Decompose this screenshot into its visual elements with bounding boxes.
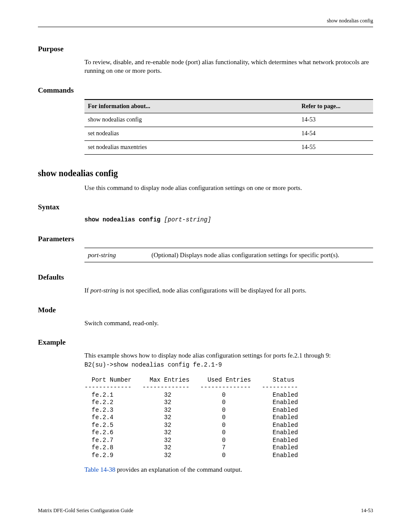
example-intro: This example shows how to display node a… (84, 351, 373, 360)
table-row: show nodealias config 14-53 (84, 113, 373, 127)
defaults-var: port-string (90, 287, 118, 294)
parameters-table: port-string (Optional) Displays node ali… (84, 248, 373, 262)
commands-heading: Commands (38, 86, 373, 96)
cmd-cell: set nodealias maxentries (84, 141, 298, 155)
mode-text: Switch command, read-only. (84, 319, 373, 327)
command-title: show nodealias config (38, 168, 373, 179)
purpose-text: To review, disable, and re-enable node (… (84, 58, 373, 75)
cmd-cell: set nodealias (84, 127, 298, 141)
page-footer: Matrix DFE-Gold Series Configuration Gui… (38, 507, 373, 514)
syntax-optional: [port-string] (164, 216, 211, 223)
param-desc: (Optional) Displays node alias configura… (148, 248, 373, 262)
page: show nodealias config Purpose To review,… (0, 0, 411, 532)
commands-header-right: Refer to page... (298, 100, 373, 113)
cmd-cell: show nodealias config (84, 113, 298, 127)
param-name: port-string (84, 248, 148, 262)
example-heading: Example (38, 338, 373, 348)
commands-header-left: For information about... (84, 100, 298, 113)
example-output: B2(su)->show nodealias config fe.2.1-9 P… (84, 361, 373, 460)
table-row: set nodealias 14-54 (84, 127, 373, 141)
footer-right: 14-53 (361, 507, 373, 514)
table-row: set nodealias maxentries 14-55 (84, 141, 373, 155)
footer-left: Matrix DFE-Gold Series Configuration Gui… (38, 507, 133, 514)
top-rule (38, 27, 373, 27)
syntax-heading: Syntax (38, 202, 373, 212)
parameters-heading: Parameters (38, 234, 373, 244)
page-cell: 14-54 (298, 127, 373, 141)
content-column: Purpose To review, disable, and re-enabl… (84, 44, 373, 474)
defaults-text: If port-string is not specified, node al… (84, 286, 373, 295)
defaults-post: is not specified, node alias configurati… (118, 287, 307, 294)
mode-heading: Mode (38, 305, 373, 315)
example-outro: Table 14-38 provides an explanation of t… (84, 465, 373, 474)
table-ref-link[interactable]: Table 14-38 (84, 466, 115, 473)
outro-rest: provides an explanation of the command o… (115, 466, 242, 473)
page-cell: 14-53 (298, 113, 373, 127)
syntax-line: show nodealias config [port-string] (84, 216, 373, 224)
syntax-literal: show nodealias config (84, 216, 160, 223)
defaults-heading: Defaults (38, 273, 373, 283)
purpose-heading: Purpose (38, 44, 373, 54)
command-desc: Use this command to display node alias c… (84, 184, 373, 192)
defaults-pre: If (84, 287, 90, 294)
commands-table: For information about... Refer to page..… (84, 99, 373, 155)
table-row: port-string (Optional) Displays node ali… (84, 248, 373, 262)
page-cell: 14-55 (298, 141, 373, 155)
running-head: show nodealias config (38, 17, 373, 24)
